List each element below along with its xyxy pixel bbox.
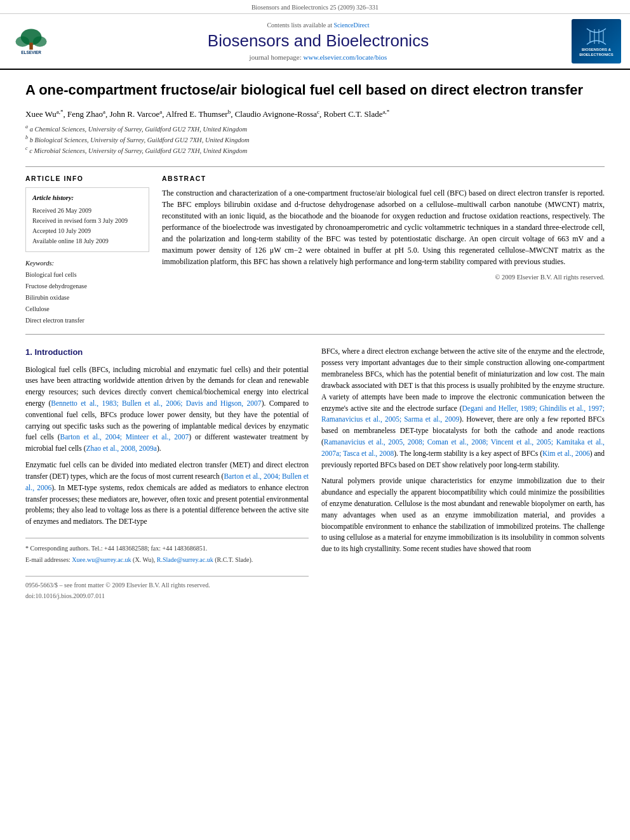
ref-bennetto[interactable]: Bennetto et al., 1983; Bullen et al., 20… (51, 399, 261, 407)
article-title: A one-compartment fructose/air biologica… (25, 81, 605, 100)
revised-date: Received in revised form 3 July 2009 (32, 216, 142, 226)
ref-degani[interactable]: Degani and Heller, 1989; Ghindilis et al… (321, 404, 605, 423)
right-para-1: BFCs, where a direct electron exchange b… (321, 346, 605, 470)
email-slade[interactable]: R.Slade@surrey.ac.uk (157, 556, 213, 563)
section1-title: 1. Introduction (25, 346, 309, 359)
received-date: Received 26 May 2009 (32, 206, 142, 216)
keywords-section: Keywords: Biological fuel cells Fructose… (25, 260, 149, 326)
intro-para-1: Biological fuel cells (BFCs, including m… (25, 364, 309, 455)
keyword-5: Direct electron transfer (25, 315, 149, 326)
ref-barton2[interactable]: Barton et al., 2004; Bullen et al., 2006 (25, 472, 309, 491)
main-col-right: BFCs, where a direct electron exchange b… (321, 346, 605, 601)
keyword-2: Fructose dehydrogenase (25, 281, 149, 292)
article-history-title: Article history: (32, 193, 142, 204)
online-date: Available online 18 July 2009 (32, 236, 142, 246)
journal-citation: Biosensors and Bioelectronics 25 (2009) … (251, 4, 379, 11)
main-col-left: 1. Introduction Biological fuel cells (B… (25, 346, 309, 601)
journal-header: ELSEVIER Contents lists available at Sci… (0, 14, 630, 70)
logo-text: BIOSENSORS & BIOELECTRONICS (579, 48, 613, 58)
main-content: 1. Introduction Biological fuel cells (B… (25, 346, 605, 601)
journal-homepage-link[interactable]: www.elsevier.com/locate/bios (304, 53, 387, 61)
right-para-2: Natural polymers provide unique characte… (321, 476, 605, 555)
footnote-star: * Corresponding authors. Tel.: +44 14836… (25, 543, 309, 553)
footnote-section: * Corresponding authors. Tel.: +44 14836… (25, 538, 309, 564)
journal-homepage: journal homepage: www.elsevier.com/locat… (71, 53, 565, 61)
svg-text:ELSEVIER: ELSEVIER (21, 50, 41, 55)
keyword-1: Biological fuel cells (25, 269, 149, 281)
article-info-box: Article history: Received 26 May 2009 Re… (25, 187, 149, 253)
affiliation-b: b b Biological Sciences, University of S… (25, 134, 605, 145)
email-xu[interactable]: Xuee.wu@surrey.ac.uk (72, 556, 131, 563)
journal-logo-right: BIOSENSORS & BIOELECTRONICS (572, 19, 622, 63)
svg-rect-6 (580, 25, 612, 48)
ref-kim[interactable]: Kim et al., 2006 (542, 450, 590, 457)
keyword-4: Cellulose (25, 303, 149, 315)
abstract-text: The construction and characterization of… (162, 187, 605, 267)
article-info-abstract: ARTICLE INFO Article history: Received 2… (25, 175, 605, 327)
authors-text: Xuee Wua,*, Feng Zhaoa, John R. Varcoea,… (25, 109, 389, 119)
footnote-email: E-mail addresses: Xuee.wu@surrey.ac.uk (… (25, 555, 309, 564)
bottom-bar: 0956-5663/$ – see front matter © 2009 El… (25, 576, 309, 590)
article-info-column: ARTICLE INFO Article history: Received 2… (25, 175, 149, 327)
divider-1 (25, 166, 605, 167)
science-direct-link[interactable]: ScienceDirect (333, 22, 369, 29)
elsevier-logo-icon: ELSEVIER (8, 25, 55, 57)
accepted-date: Accepted 10 July 2009 (32, 226, 142, 236)
abstract-column: ABSTRACT The construction and characteri… (162, 175, 605, 327)
keywords-title: Keywords: (25, 260, 149, 267)
journal-logo-box: BIOSENSORS & BIOELECTRONICS (572, 19, 621, 63)
svg-rect-4 (29, 43, 32, 50)
page: Biosensors and Bioelectronics 25 (2009) … (0, 0, 630, 840)
intro-para-2: Enzymatic fuel cells can be divided into… (25, 460, 309, 528)
journal-header-center: Contents lists available at ScienceDirec… (71, 19, 565, 63)
svg-point-3 (33, 36, 47, 46)
journal-logo-graphic (580, 25, 612, 48)
journal-title: Biosensors and Bioelectronics (71, 31, 565, 51)
article-info-heading: ARTICLE INFO (25, 175, 149, 182)
affiliations: a a Chemical Sciences, University of Sur… (25, 123, 605, 156)
authors-line: Xuee Wua,*, Feng Zhaoa, John R. Varcoea,… (25, 109, 605, 119)
issn-text: 0956-5663/$ – see front matter © 2009 El… (25, 580, 210, 590)
journal-topbar: Biosensors and Bioelectronics 25 (2009) … (0, 0, 630, 14)
contents-available-text: Contents lists available at ScienceDirec… (71, 22, 565, 29)
elsevier-logo-container: ELSEVIER (8, 19, 65, 63)
article-body: A one-compartment fructose/air biologica… (0, 70, 630, 620)
abstract-heading: ABSTRACT (162, 175, 605, 182)
ref-barton[interactable]: Barton et al., 2004; Minteer et al., 200… (60, 433, 189, 441)
doi-line: doi:10.1016/j.bios.2009.07.011 (25, 591, 309, 601)
divider-2 (25, 334, 605, 335)
svg-point-2 (16, 36, 30, 46)
affiliation-a: a a Chemical Sciences, University of Sur… (25, 123, 605, 134)
affiliation-c: c c Microbial Sciences, University of Su… (25, 145, 605, 156)
ref-zhao[interactable]: Zhao et al., 2008, 2009a (86, 444, 156, 452)
keyword-3: Bilirubin oxidase (25, 292, 149, 303)
copyright-line: © 2009 Elsevier B.V. All rights reserved… (162, 274, 605, 281)
